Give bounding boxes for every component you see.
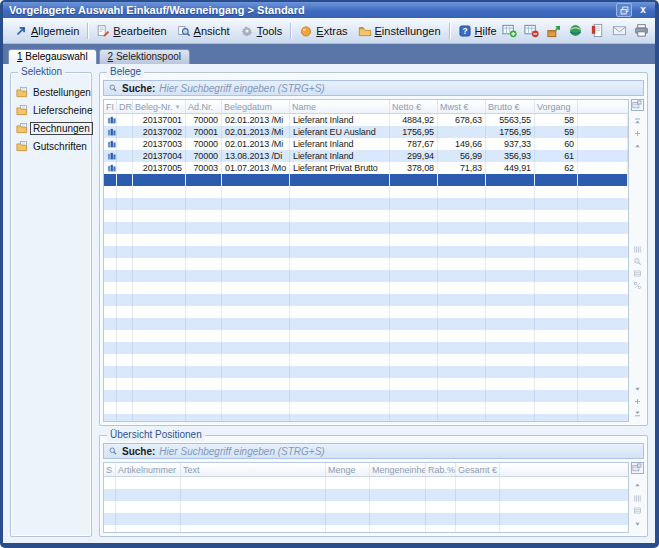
- scroll-down-icon: [633, 520, 642, 529]
- column-header-beleg-nr[interactable]: Beleg-Nr.▼: [133, 100, 186, 113]
- column-header-mengeneinheit[interactable]: Mengeneinheit: [370, 463, 426, 476]
- scroll-down-button[interactable]: [633, 518, 642, 530]
- column-gridline: [115, 477, 116, 532]
- cell-name: Lieferant Privat Brutto: [290, 162, 390, 174]
- menu-item-einstellungen[interactable]: Einstellungen: [353, 22, 446, 40]
- menu-item-label: Einstellungen: [375, 25, 441, 37]
- column-header-fi[interactable]: FI: [104, 100, 117, 113]
- printer-button[interactable]: [634, 23, 649, 38]
- cell-beleg-nr: 20137003: [133, 138, 186, 150]
- table-edit-button[interactable]: [631, 99, 644, 111]
- content-area: Selektion BestellungenLieferscheineRechn…: [3, 64, 655, 543]
- zoom-button[interactable]: [633, 255, 642, 267]
- table-row[interactable]: 201370017000002.01.2013 /MiLieferant Inl…: [104, 114, 628, 126]
- positionen-search-box[interactable]: Suche: Hier Suchbegriff eingeben (STRG+S…: [103, 443, 644, 459]
- scroll-page-up-button[interactable]: [633, 127, 642, 139]
- table-row[interactable]: 201370037000002.01.2013 /MiLieferant Inl…: [104, 138, 628, 150]
- column-header-text[interactable]: Text: [181, 463, 326, 476]
- export-box-button[interactable]: [546, 23, 561, 38]
- scroll-page-down-button[interactable]: [633, 395, 642, 407]
- tab-2-selektionspool[interactable]: 2 Selektionspool: [99, 49, 190, 64]
- selektion-legend: Selektion: [18, 66, 65, 78]
- menu-item-hilfe[interactable]: ?Hilfe: [453, 22, 502, 40]
- scroll-up-icon: [633, 480, 642, 489]
- tools-gear-icon: [240, 24, 254, 38]
- cell-dr: [117, 126, 133, 138]
- menu-item-bearbeiten[interactable]: Bearbeiten: [91, 22, 171, 40]
- table-add-button[interactable]: [502, 23, 517, 38]
- column-header-netto[interactable]: Netto €: [390, 100, 438, 113]
- tab-1-belegauswahl[interactable]: 1 Belegauswahl: [8, 49, 97, 64]
- fi-invoice-icon: [107, 127, 117, 137]
- column-header-ad-nr[interactable]: Ad.Nr.: [186, 100, 222, 113]
- table-row[interactable]: 201370027000102.01.2013 /MiLieferant EU …: [104, 126, 628, 138]
- cell-dr: [117, 150, 133, 162]
- scroll-last-button[interactable]: [633, 407, 642, 419]
- selected-row[interactable]: [104, 174, 628, 186]
- sidebar-item-gutschriften[interactable]: Gutschriften: [11, 137, 91, 155]
- menu-item-allgemein[interactable]: Allgemein: [9, 22, 84, 40]
- cell-filler: [578, 126, 628, 138]
- search-label: Suche:: [122, 83, 155, 94]
- restore-window-button[interactable]: [616, 3, 632, 17]
- cell-name: Lieferant Inland: [290, 138, 390, 150]
- nav-arrow-icon: [14, 24, 28, 38]
- table-add-icon: [502, 23, 517, 38]
- column-header-mwst[interactable]: Mwst €: [438, 100, 486, 113]
- table-row[interactable]: 201370057000301.07.2013 /MoLieferant Pri…: [104, 162, 628, 174]
- app-window: Vorgelagerte Auswahl Einkauf/Wareneingan…: [0, 0, 659, 548]
- column-gridline: [485, 186, 486, 421]
- column-header-gesamt[interactable]: Gesamt €: [456, 463, 500, 476]
- rows-button[interactable]: [633, 267, 642, 279]
- column-header-s[interactable]: S: [104, 463, 116, 476]
- cell-vorgang: 60: [535, 138, 578, 150]
- scroll-up-button[interactable]: [633, 478, 642, 490]
- column-header-belegdatum[interactable]: Belegdatum: [222, 100, 290, 113]
- cell-netto: 299,94: [390, 150, 438, 162]
- cell-netto: 1756,95: [390, 126, 438, 138]
- scroll-up-button[interactable]: [633, 139, 642, 151]
- column-header-artikelnummer[interactable]: Artikelnummer: [116, 463, 181, 476]
- menu-item-tools[interactable]: Tools: [235, 22, 288, 40]
- columns-button[interactable]: [633, 243, 642, 255]
- columns-button[interactable]: [633, 492, 642, 504]
- rows-button[interactable]: [633, 504, 642, 516]
- scroll-down-button[interactable]: [633, 383, 642, 395]
- column-header-brutto[interactable]: Brutto €: [486, 100, 535, 113]
- belege-search-box[interactable]: Suche: Hier Suchbegriff eingeben (STRG+S…: [103, 80, 644, 96]
- column-header-rab[interactable]: Rab.%: [426, 463, 456, 476]
- table-row[interactable]: 201370047000013.08.2013 /DiLieferant Inl…: [104, 150, 628, 162]
- table-delete-button[interactable]: [524, 23, 539, 38]
- mail-button[interactable]: [612, 23, 627, 38]
- cell-ad-nr: 70000: [186, 114, 222, 126]
- cell-netto: 378,08: [390, 162, 438, 174]
- search-placeholder: Hier Suchbegriff eingeben (STRG+S): [159, 446, 324, 457]
- column-header-name[interactable]: Name: [290, 100, 390, 113]
- selected-cell: [186, 174, 222, 186]
- globe-button[interactable]: [568, 23, 583, 38]
- document-flag-button[interactable]: [590, 23, 605, 38]
- selected-cell: [290, 174, 390, 186]
- close-window-button[interactable]: x: [637, 4, 649, 16]
- fi-invoice-icon: [107, 163, 117, 173]
- cell-dr: [117, 114, 133, 126]
- selected-cell: [133, 174, 186, 186]
- new-page-button[interactable]: [656, 23, 659, 38]
- sidebar-item-rechnungen[interactable]: Rechnungen: [11, 119, 91, 137]
- column-gridline: [325, 477, 326, 532]
- menu-item-extras[interactable]: Extras: [294, 22, 352, 40]
- menu-item-ansicht[interactable]: Ansicht: [172, 22, 235, 40]
- column-header-menge[interactable]: Menge: [326, 463, 370, 476]
- column-header-label: DR: [119, 102, 132, 112]
- table-edit-button[interactable]: [631, 462, 644, 474]
- columns-icon: [633, 494, 642, 503]
- column-gridline: [455, 477, 456, 532]
- cell-filler: [578, 114, 628, 126]
- split-view-button[interactable]: [633, 279, 642, 291]
- belege-table-header: FIDRBeleg-Nr.▼Ad.Nr.BelegdatumNameNetto …: [104, 100, 628, 114]
- sidebar-item-lieferscheine[interactable]: Lieferscheine: [11, 101, 91, 119]
- scroll-first-button[interactable]: [633, 115, 642, 127]
- column-header-vorgang[interactable]: Vorgang: [535, 100, 578, 113]
- sidebar-item-bestellungen[interactable]: Bestellungen: [11, 83, 91, 101]
- column-header-dr[interactable]: DR: [117, 100, 133, 113]
